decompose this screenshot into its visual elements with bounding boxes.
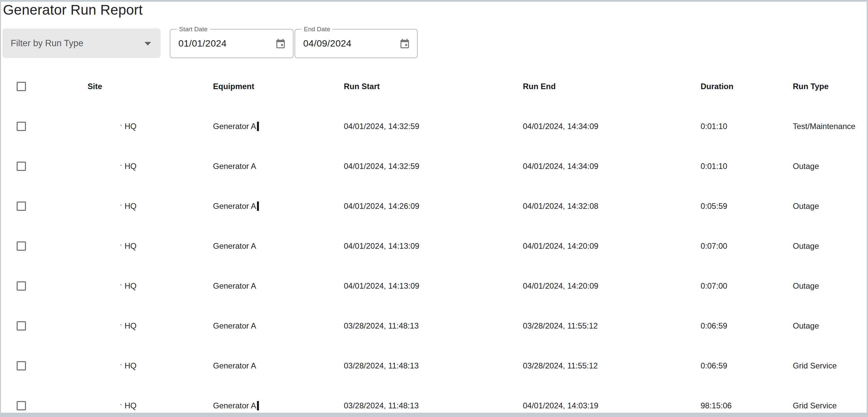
start-date-field[interactable]: Start Date 01/01/2024 xyxy=(170,29,293,58)
site-label: HQ xyxy=(124,241,136,251)
equipment-label: Generator A xyxy=(213,122,256,131)
cell-site: ·HQ xyxy=(43,401,213,410)
site-label: HQ xyxy=(124,281,136,291)
calendar-icon[interactable] xyxy=(275,38,286,49)
site-bullet: · xyxy=(120,240,122,249)
row-checkbox[interactable] xyxy=(17,162,26,171)
cell-duration: 98:15:06 xyxy=(701,401,793,410)
cell-run-start: 04/01/2024, 14:13:09 xyxy=(344,281,523,291)
column-header-equipment: Equipment xyxy=(213,82,344,91)
cell-run-end: 04/01/2024, 14:34:09 xyxy=(523,162,701,171)
site-label: HQ xyxy=(124,401,136,410)
cell-site: ·HQ xyxy=(43,281,213,291)
cell-run-end: 04/01/2024, 14:20:09 xyxy=(523,281,701,291)
cell-run-end: 03/28/2024, 11:55:12 xyxy=(523,321,701,331)
equipment-label: Generator A xyxy=(213,202,256,211)
cell-run-end: 04/01/2024, 14:34:09 xyxy=(523,122,701,131)
site-bullet: · xyxy=(120,320,122,329)
cell-equipment: Generator A xyxy=(213,241,344,251)
cell-duration: 0:05:59 xyxy=(701,202,793,211)
cell-duration: 0:07:00 xyxy=(701,281,793,291)
cell-equipment: Generator A xyxy=(213,361,344,371)
cell-site: ·HQ xyxy=(43,202,213,211)
cell-site: ·HQ xyxy=(43,162,213,171)
site-bullet: · xyxy=(120,121,122,129)
table-row: ·HQGenerator A04/01/2024, 14:26:0904/01/… xyxy=(1,186,867,226)
column-header-run-type: Run Type xyxy=(793,82,867,91)
dropdown-arrow-icon xyxy=(145,42,151,45)
row-checkbox[interactable] xyxy=(17,241,26,251)
cell-equipment: Generator A xyxy=(213,401,344,410)
run-report-table: Site Equipment Run Start Run End Duratio… xyxy=(1,67,867,413)
cell-run-end: 04/01/2024, 14:20:09 xyxy=(523,241,701,251)
cell-run-start: 04/01/2024, 14:13:09 xyxy=(344,241,523,251)
table-row: ·HQGenerator A04/01/2024, 14:13:0904/01/… xyxy=(1,226,867,266)
site-bullet: · xyxy=(120,280,122,289)
column-header-site: Site xyxy=(10,82,180,91)
table-row: ·HQGenerator A03/28/2024, 11:48:1303/28/… xyxy=(1,306,867,346)
row-checkbox[interactable] xyxy=(17,401,26,410)
site-bullet: · xyxy=(120,360,122,369)
equipment-label: Generator A xyxy=(213,162,256,171)
row-checkbox[interactable] xyxy=(17,281,26,291)
equipment-label: Generator A xyxy=(213,401,256,410)
table-body: ·HQGenerator A04/01/2024, 14:32:5904/01/… xyxy=(1,106,867,413)
row-checkbox[interactable] xyxy=(17,361,26,371)
run-type-filter-select[interactable]: Filter by Run Type xyxy=(3,29,160,58)
cell-duration: 0:06:59 xyxy=(701,361,793,371)
site-bullet: · xyxy=(120,161,122,169)
site-label: HQ xyxy=(124,321,136,331)
site-bullet: · xyxy=(120,201,122,209)
site-bullet: · xyxy=(120,400,122,409)
equipment-label: Generator A xyxy=(213,281,256,291)
table-row: ·HQGenerator A04/01/2024, 14:13:0904/01/… xyxy=(1,266,867,306)
cell-run-start: 03/28/2024, 11:48:13 xyxy=(344,321,523,331)
end-date-field[interactable]: End Date 04/09/2024 xyxy=(294,29,418,58)
cell-run-start: 04/01/2024, 14:32:59 xyxy=(344,162,523,171)
equipment-label: Generator A xyxy=(213,361,256,371)
page-title: Generator Run Report xyxy=(3,2,143,18)
cell-site: ·HQ xyxy=(43,122,213,131)
cell-run-type: Outage xyxy=(793,162,867,171)
cell-run-start: 04/01/2024, 14:32:59 xyxy=(344,122,523,131)
end-date-label: End Date xyxy=(302,26,333,33)
run-type-filter-label: Filter by Run Type xyxy=(11,38,84,48)
text-cursor xyxy=(257,122,259,131)
start-date-label: Start Date xyxy=(177,26,210,33)
cell-equipment: Generator A xyxy=(213,122,344,131)
row-checkbox[interactable] xyxy=(17,321,26,331)
table-header-row: Site Equipment Run Start Run End Duratio… xyxy=(1,67,867,106)
cell-site: ·HQ xyxy=(43,241,213,251)
column-header-run-end: Run End xyxy=(523,82,701,91)
row-checkbox[interactable] xyxy=(17,202,26,211)
cell-duration: 0:07:00 xyxy=(701,241,793,251)
cell-run-type: Test/Maintenance xyxy=(793,122,867,131)
table-row: ·HQGenerator A04/01/2024, 14:32:5904/01/… xyxy=(1,146,867,186)
cell-equipment: Generator A xyxy=(213,281,344,291)
cell-run-end: 04/01/2024, 14:03:19 xyxy=(523,401,701,410)
start-date-input[interactable]: 01/01/2024 xyxy=(178,38,227,49)
equipment-label: Generator A xyxy=(213,321,256,331)
cell-equipment: Generator A xyxy=(213,321,344,331)
cell-run-end: 03/28/2024, 11:55:12 xyxy=(523,361,701,371)
table-row: ·HQGenerator A04/01/2024, 14:32:5904/01/… xyxy=(1,106,867,146)
end-date-input[interactable]: 04/09/2024 xyxy=(303,38,351,49)
cell-duration: 0:01:10 xyxy=(701,162,793,171)
cell-run-start: 03/28/2024, 11:48:13 xyxy=(344,361,523,371)
cell-run-type: Outage xyxy=(793,241,867,251)
equipment-label: Generator A xyxy=(213,241,256,251)
cell-equipment: Generator A xyxy=(213,162,344,171)
cell-run-type: Outage xyxy=(793,202,867,211)
cell-duration: 0:06:59 xyxy=(701,321,793,331)
table-row: ·HQGenerator A03/28/2024, 11:48:1303/28/… xyxy=(1,346,867,386)
report-page: Generator Run Report Filter by Run Type … xyxy=(1,2,867,413)
site-label: HQ xyxy=(124,202,136,211)
site-label: HQ xyxy=(124,122,136,131)
cell-run-type: Outage xyxy=(793,321,867,331)
cell-run-start: 03/28/2024, 11:48:13 xyxy=(344,401,523,410)
calendar-icon[interactable] xyxy=(399,38,410,49)
cell-duration: 0:01:10 xyxy=(701,122,793,131)
row-checkbox[interactable] xyxy=(17,122,26,131)
table-row: ·HQGenerator A03/28/2024, 11:48:1304/01/… xyxy=(1,386,867,413)
column-header-duration: Duration xyxy=(701,82,793,91)
